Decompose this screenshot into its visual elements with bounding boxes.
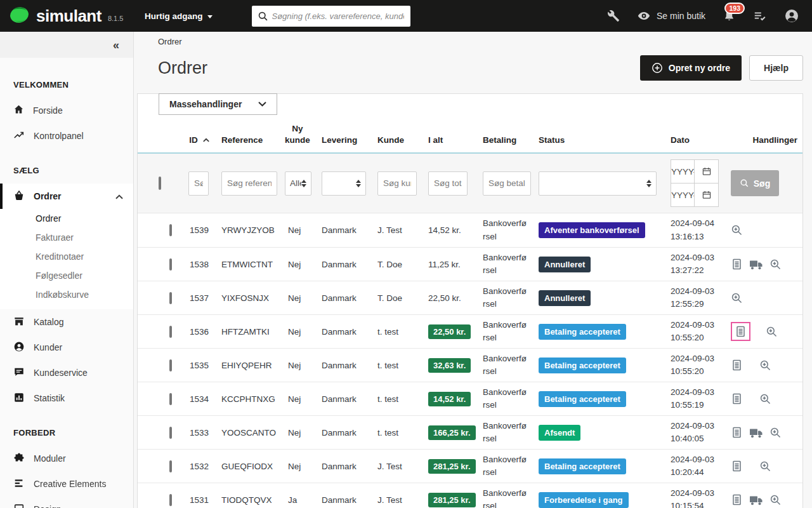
row-checkbox[interactable] bbox=[169, 292, 172, 304]
delivery-slip-action-button[interactable] bbox=[749, 258, 763, 271]
sidebar-subitem-f-lgesedler[interactable]: Følgesedler bbox=[0, 266, 133, 285]
sidebar-item-statistik[interactable]: Statistik bbox=[0, 385, 133, 411]
sidebar-item-moduler[interactable]: Moduler bbox=[0, 446, 133, 471]
order-details-action-button[interactable] bbox=[759, 359, 771, 371]
invoice-action-button[interactable] bbox=[731, 392, 743, 405]
sidebar-subitem-fakturaer[interactable]: Fakturaer bbox=[0, 228, 133, 247]
create-order-button[interactable]: Opret ny ordre bbox=[640, 55, 742, 81]
table-row[interactable]: 1537YIXFOSNJXNejDanmarkT. Doe22,50 kr.Ba… bbox=[138, 281, 802, 314]
debug-wrench-icon[interactable] bbox=[606, 10, 620, 23]
help-button[interactable]: Hjælp bbox=[749, 55, 803, 81]
table-row[interactable]: 1533YOOSCANTONejDanmarkt. test166,25 kr.… bbox=[138, 415, 802, 449]
row-checkbox[interactable] bbox=[169, 427, 172, 439]
filter-date-from-input[interactable] bbox=[671, 160, 694, 183]
order-id: 1533 bbox=[183, 428, 216, 438]
table-filter-row: Alle bbox=[138, 154, 802, 213]
delivery-country: Danmark bbox=[316, 394, 372, 404]
filter-new-customer-select[interactable]: Alle bbox=[285, 171, 311, 196]
select-all-checkbox[interactable] bbox=[159, 177, 161, 190]
filter-date-to-input[interactable] bbox=[671, 184, 694, 206]
sidebar-item-kontrolpanel[interactable]: Kontrolpanel bbox=[0, 123, 133, 149]
sidebar-item-label: Katalog bbox=[34, 317, 63, 327]
invoice-action-button[interactable] bbox=[731, 493, 743, 506]
filter-search-button[interactable]: Søg bbox=[731, 170, 779, 196]
filter-reference-input[interactable] bbox=[221, 171, 277, 196]
column-header-reference[interactable]: Reference bbox=[216, 135, 279, 146]
sidebar-subitem-indk-bskurve[interactable]: Indkøbskurve bbox=[0, 285, 133, 304]
filter-customer-input[interactable] bbox=[377, 171, 417, 196]
filter-total-input[interactable] bbox=[428, 171, 468, 196]
order-details-action-button[interactable] bbox=[769, 258, 782, 271]
table-row[interactable]: 1534KCCPHTNXGNejDanmarkt. test14,52 kr.B… bbox=[138, 382, 802, 415]
filter-status-select[interactable] bbox=[539, 171, 657, 196]
sidebar-subitem-kreditnotaer[interactable]: Kreditnotaer bbox=[0, 247, 133, 266]
filter-payment-input[interactable] bbox=[483, 171, 531, 196]
column-header-kunde[interactable]: Kunde bbox=[372, 135, 422, 146]
brand[interactable]: simulant 8.1.5 bbox=[0, 4, 141, 28]
invoice-action-button[interactable] bbox=[731, 460, 743, 472]
delivery-slip-action-button[interactable] bbox=[749, 494, 763, 506]
sidebar-subitem-ordrer[interactable]: Ordrer bbox=[0, 209, 133, 228]
invoice-action-button[interactable] bbox=[731, 322, 750, 341]
filter-id-input[interactable] bbox=[188, 171, 209, 196]
quick-access-menu[interactable]: Hurtig adgang bbox=[145, 11, 213, 21]
table-row[interactable]: 1535EHIYQPEHRNejDanmarkt. test32,63 kr.B… bbox=[138, 348, 802, 382]
column-header-betaling[interactable]: Betaling bbox=[477, 135, 533, 146]
row-checkbox[interactable] bbox=[169, 326, 172, 338]
search-input[interactable] bbox=[252, 6, 410, 27]
column-header-levering[interactable]: Levering bbox=[316, 135, 372, 146]
collapse-sidebar-icon[interactable]: « bbox=[113, 39, 119, 51]
order-details-action-button[interactable] bbox=[769, 427, 782, 439]
customer-service-icon bbox=[13, 366, 25, 380]
filter-delivery-select[interactable] bbox=[322, 171, 366, 196]
sidebar-item-ordrer[interactable]: Ordrer bbox=[0, 184, 133, 209]
calendar-icon[interactable] bbox=[695, 159, 719, 184]
order-status: Betaling accepteret bbox=[533, 458, 665, 474]
status-badge: Betaling accepteret bbox=[539, 458, 626, 474]
row-checkbox[interactable] bbox=[169, 494, 172, 506]
bulk-actions-dropdown[interactable]: Massehandlinger bbox=[159, 93, 277, 115]
sidebar-item-katalog[interactable]: Katalog bbox=[0, 309, 133, 335]
column-header-handlinger[interactable]: Handlinger bbox=[723, 135, 797, 146]
order-details-action-button[interactable] bbox=[759, 393, 771, 405]
order-details-action-button[interactable] bbox=[731, 292, 743, 304]
table-row[interactable]: 1536HFTZAMTKINejDanmarkt. test22,50 kr.B… bbox=[138, 314, 802, 348]
invoice-action-button[interactable] bbox=[731, 359, 743, 371]
calendar-icon[interactable] bbox=[695, 183, 719, 207]
table-row[interactable]: 1538ETMWICTNTNejDanmarkT. Doe11,25 kr.Ba… bbox=[138, 247, 802, 281]
table-row[interactable]: 1532GUEQFIODXNejDanmarkJ. Test281,25 kr.… bbox=[138, 449, 802, 483]
order-date: 2024-09-0310:55:20 bbox=[665, 352, 723, 379]
order-details-action-button[interactable] bbox=[766, 326, 778, 338]
sidebar-item-creative-elements[interactable]: Creative Elements bbox=[0, 471, 133, 497]
sidebar-item-kunder[interactable]: Kunder bbox=[0, 335, 133, 360]
column-header-status[interactable]: Status bbox=[533, 135, 665, 146]
row-checkbox[interactable] bbox=[169, 460, 172, 472]
row-checkbox[interactable] bbox=[169, 224, 172, 236]
status-badge: Annulleret bbox=[539, 257, 591, 272]
row-checkbox[interactable] bbox=[169, 393, 172, 405]
status-badge: Betaling accepteret bbox=[539, 324, 626, 340]
invoice-action-button[interactable] bbox=[731, 426, 743, 439]
delivery-slip-action-button[interactable] bbox=[749, 427, 763, 439]
tasks-list-icon[interactable] bbox=[753, 9, 767, 23]
order-details-action-button[interactable] bbox=[731, 224, 743, 236]
invoice-action-button[interactable] bbox=[731, 258, 743, 271]
account-icon[interactable] bbox=[784, 8, 799, 23]
column-header-i-alt[interactable]: I alt bbox=[422, 135, 477, 146]
notifications-bell-icon[interactable]: 193 bbox=[723, 10, 736, 23]
row-checkbox[interactable] bbox=[169, 258, 172, 271]
sidebar-item-forside[interactable]: Forside bbox=[0, 98, 133, 123]
column-header-ny-kunde[interactable]: Ny kunde bbox=[279, 123, 316, 146]
sidebar-item-kundeservice[interactable]: Kundeservice bbox=[0, 360, 133, 385]
order-details-action-button[interactable] bbox=[769, 494, 782, 506]
column-header-dato[interactable]: Dato bbox=[665, 135, 723, 146]
table-row[interactable]: 1539YRWYJZYOBNejDanmarkJ. Test14,52 kr.B… bbox=[138, 213, 802, 247]
sidebar-item-design[interactable]: Design bbox=[0, 497, 133, 508]
column-header-id[interactable]: ID bbox=[183, 134, 216, 146]
payment-method: Bankoverførsel bbox=[477, 319, 533, 345]
order-details-action-button[interactable] bbox=[759, 460, 771, 472]
row-checkbox[interactable] bbox=[169, 359, 172, 371]
table-row[interactable]: 1531TIODQTQVXJaDanmarkJ. Test281,25 kr.B… bbox=[138, 483, 802, 508]
view-shop-link[interactable]: Se min butik bbox=[637, 9, 705, 23]
order-status: Annulleret bbox=[533, 290, 665, 306]
